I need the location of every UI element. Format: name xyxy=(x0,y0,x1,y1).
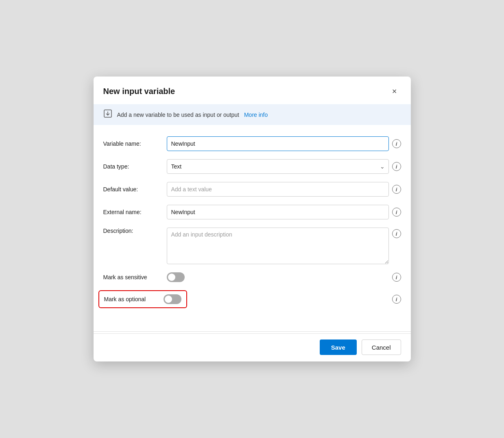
dialog-footer: Save Cancel xyxy=(94,333,411,361)
description-label: Description: xyxy=(103,228,160,234)
info-banner: Add a new variable to be used as input o… xyxy=(94,104,411,125)
mark-sensitive-toggle[interactable] xyxy=(167,272,185,282)
default-value-input[interactable] xyxy=(167,182,389,197)
mark-optional-label: Mark as optional xyxy=(104,296,157,302)
banner-text: Add a new variable to be used as input o… xyxy=(117,112,239,118)
variable-name-info-icon[interactable]: i xyxy=(392,139,401,148)
data-type-row: Data type: Text Number Boolean List Dict… xyxy=(103,159,401,174)
default-value-control: i xyxy=(167,182,401,197)
external-name-info-icon[interactable]: i xyxy=(392,208,401,217)
variable-name-control: i xyxy=(167,136,401,151)
new-input-variable-dialog: New input variable × Add a new variable … xyxy=(94,77,411,361)
data-type-label: Data type: xyxy=(103,163,160,170)
external-name-label: External name: xyxy=(103,209,160,215)
variable-name-input[interactable] xyxy=(167,136,389,151)
more-info-link[interactable]: More info xyxy=(244,112,268,118)
external-name-control: i xyxy=(167,205,401,219)
form-body: Variable name: i Data type: Text Number … xyxy=(94,125,411,331)
data-type-control: Text Number Boolean List Dictionary ⌄ i xyxy=(167,159,401,174)
data-type-select[interactable]: Text Number Boolean List Dictionary xyxy=(167,159,389,174)
mark-optional-info-icon[interactable]: i xyxy=(392,295,401,304)
mark-sensitive-toggle-wrap xyxy=(167,272,386,282)
mark-optional-row: Mark as optional i xyxy=(103,290,401,308)
banner-download-icon xyxy=(103,109,112,120)
data-type-info-icon[interactable]: i xyxy=(392,162,401,171)
save-button[interactable]: Save xyxy=(320,339,357,355)
default-value-label: Default value: xyxy=(103,186,160,193)
dialog-title: New input variable xyxy=(103,87,175,96)
default-value-row: Default value: i xyxy=(103,182,401,197)
default-value-info-icon[interactable]: i xyxy=(392,185,401,194)
description-info-icon[interactable]: i xyxy=(392,229,401,238)
external-name-row: External name: i xyxy=(103,205,401,219)
external-name-input[interactable] xyxy=(167,205,389,219)
mark-sensitive-info-icon[interactable]: i xyxy=(392,273,401,282)
mark-optional-highlighted-box: Mark as optional xyxy=(98,290,187,308)
description-input[interactable] xyxy=(167,228,389,264)
description-row: Description: i xyxy=(103,228,401,264)
footer-divider xyxy=(94,331,411,332)
mark-optional-toggle[interactable] xyxy=(164,294,181,304)
description-control: i xyxy=(167,228,401,264)
data-type-select-wrapper: Text Number Boolean List Dictionary ⌄ xyxy=(167,159,389,174)
mark-sensitive-row: Mark as sensitive i xyxy=(103,272,401,282)
variable-name-row: Variable name: i xyxy=(103,136,401,151)
variable-name-label: Variable name: xyxy=(103,140,160,147)
dialog-header: New input variable × xyxy=(94,77,411,104)
mark-sensitive-label: Mark as sensitive xyxy=(103,274,160,280)
close-button[interactable]: × xyxy=(388,85,401,98)
cancel-button[interactable]: Cancel xyxy=(362,339,401,355)
